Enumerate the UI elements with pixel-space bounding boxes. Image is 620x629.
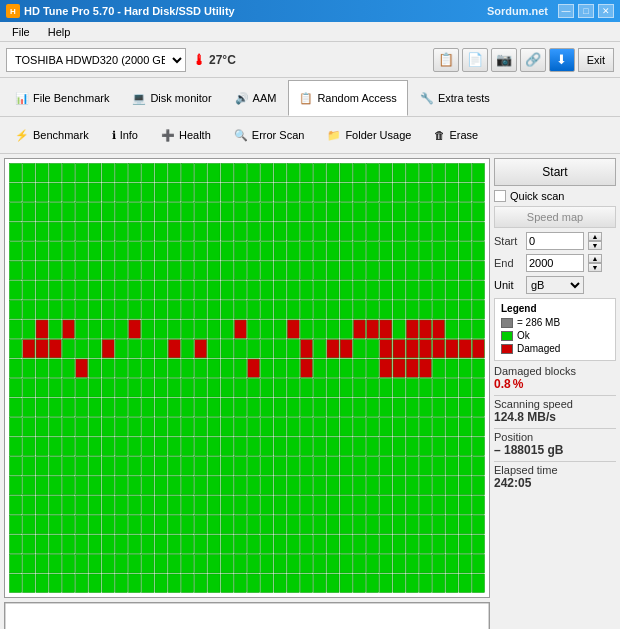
damaged-blocks-unit: %: [513, 377, 524, 391]
elapsed-time-value: 242:05: [494, 476, 616, 490]
menu-help[interactable]: Help: [40, 24, 79, 40]
disk-monitor-label: Disk monitor: [150, 92, 211, 104]
unit-label: Unit: [494, 279, 522, 291]
error-scan-label: Error Scan: [252, 129, 305, 141]
folder-usage-icon: 📁: [327, 129, 341, 142]
damaged-blocks-section: Damaged blocks 0.8 %: [494, 365, 616, 391]
speed-map-button[interactable]: Speed map: [494, 206, 616, 228]
graph-container: [4, 602, 490, 629]
position-section: Position – 188015 gB: [494, 431, 616, 457]
benchmark-icon: ⚡: [15, 129, 29, 142]
end-spinner: ▲ ▼: [588, 254, 602, 272]
minimize-button[interactable]: —: [558, 4, 574, 18]
legend-item-gray: = 286 MB: [501, 317, 609, 328]
legend-label-ok: Ok: [517, 330, 530, 341]
file-benchmark-label: File Benchmark: [33, 92, 109, 104]
scanning-speed-label: Scanning speed: [494, 398, 616, 410]
position-label: Position: [494, 431, 616, 443]
end-input[interactable]: [526, 254, 584, 272]
tab-benchmark[interactable]: ⚡ Benchmark: [4, 117, 100, 153]
start-spin-up[interactable]: ▲: [588, 232, 602, 241]
legend-box: Legend = 286 MB Ok Damaged: [494, 298, 616, 361]
stats-box: Damaged blocks 0.8 % Scanning speed 124.…: [494, 365, 616, 629]
legend-swatch-gray: [501, 318, 513, 328]
end-field-row: End ▲ ▼: [494, 254, 616, 272]
tab-disk-monitor[interactable]: 💻 Disk monitor: [121, 80, 222, 116]
start-spin-down[interactable]: ▼: [588, 241, 602, 250]
toolbar-btn-5[interactable]: ⬇: [549, 48, 575, 72]
end-spin-up[interactable]: ▲: [588, 254, 602, 263]
elapsed-time-label: Elapsed time: [494, 464, 616, 476]
temp-value: 27°C: [209, 53, 236, 67]
position-value: – 188015 gB: [494, 443, 616, 457]
end-spin-down[interactable]: ▼: [588, 263, 602, 272]
damaged-blocks-label: Damaged blocks: [494, 365, 616, 377]
legend-label-damaged: Damaged: [517, 343, 560, 354]
benchmark-label: Benchmark: [33, 129, 89, 141]
scanning-speed-value: 124.8 MB/s: [494, 410, 616, 424]
info-label: Info: [120, 129, 138, 141]
tab-random-access[interactable]: 📋 Random Access: [288, 80, 407, 116]
tab-extra-tests[interactable]: 🔧 Extra tests: [409, 80, 501, 116]
sordum-label: Sordum.net: [487, 5, 548, 17]
menu-file[interactable]: File: [4, 24, 38, 40]
legend-item-damaged: Damaged: [501, 343, 609, 354]
disk-selector[interactable]: TOSHIBA HDWD320 (2000 GB): [6, 48, 186, 72]
app-icon: H: [6, 4, 20, 18]
tab-erase[interactable]: 🗑 Erase: [423, 117, 489, 153]
unit-row: Unit gB MB: [494, 276, 616, 294]
erase-icon: 🗑: [434, 129, 445, 141]
folder-usage-label: Folder Usage: [345, 129, 411, 141]
random-access-label: Random Access: [317, 92, 396, 104]
random-access-icon: 📋: [299, 92, 313, 105]
close-button[interactable]: ✕: [598, 4, 614, 18]
erase-label: Erase: [449, 129, 478, 141]
window-title: HD Tune Pro 5.70 - Hard Disk/SSD Utility: [24, 5, 235, 17]
quick-scan-checkbox[interactable]: [494, 190, 506, 202]
start-label: Start: [494, 235, 522, 247]
error-scan-icon: 🔍: [234, 129, 248, 142]
grid-canvas: [9, 163, 485, 593]
right-panel: Start Quick scan Speed map Start ▲ ▼ End…: [494, 158, 616, 629]
health-label: Health: [179, 129, 211, 141]
tab-info[interactable]: ℹ Info: [101, 117, 149, 153]
legend-swatch-green: [501, 331, 513, 341]
info-icon: ℹ: [112, 129, 116, 142]
exit-button[interactable]: Exit: [578, 48, 614, 72]
extra-tests-icon: 🔧: [420, 92, 434, 105]
legend-swatch-red: [501, 344, 513, 354]
start-spinner: ▲ ▼: [588, 232, 602, 250]
damaged-blocks-value: 0.8: [494, 377, 511, 391]
toolbar-btn-3[interactable]: 📷: [491, 48, 517, 72]
unit-select[interactable]: gB MB: [526, 276, 584, 294]
legend-label-gray: = 286 MB: [517, 317, 560, 328]
extra-tests-label: Extra tests: [438, 92, 490, 104]
start-button[interactable]: Start: [494, 158, 616, 186]
temp-icon: 🌡: [192, 52, 206, 68]
health-icon: ➕: [161, 129, 175, 142]
quick-scan-label: Quick scan: [510, 190, 564, 202]
disk-monitor-icon: 💻: [132, 92, 146, 105]
tab-file-benchmark[interactable]: 📊 File Benchmark: [4, 80, 120, 116]
elapsed-time-section: Elapsed time 242:05: [494, 464, 616, 490]
legend-title: Legend: [501, 303, 609, 314]
toolbar-btn-1[interactable]: 📋: [433, 48, 459, 72]
quick-scan-row: Quick scan: [494, 190, 616, 202]
toolbar-btn-2[interactable]: 📄: [462, 48, 488, 72]
tab-health[interactable]: ➕ Health: [150, 117, 222, 153]
tab-folder-usage[interactable]: 📁 Folder Usage: [316, 117, 422, 153]
toolbar-btn-4[interactable]: 🔗: [520, 48, 546, 72]
start-input[interactable]: [526, 232, 584, 250]
maximize-button[interactable]: □: [578, 4, 594, 18]
file-benchmark-icon: 📊: [15, 92, 29, 105]
toolbar: TOSHIBA HDWD320 (2000 GB) 🌡 27°C 📋 📄 📷 🔗…: [0, 42, 620, 78]
legend-item-ok: Ok: [501, 330, 609, 341]
menu-bar: File Help: [0, 22, 620, 42]
grid-container: [4, 158, 490, 598]
tab-aam[interactable]: 🔊 AAM: [224, 80, 288, 116]
start-field-row: Start ▲ ▼: [494, 232, 616, 250]
tab-error-scan[interactable]: 🔍 Error Scan: [223, 117, 316, 153]
left-panel: [4, 158, 490, 629]
aam-icon: 🔊: [235, 92, 249, 105]
end-label: End: [494, 257, 522, 269]
